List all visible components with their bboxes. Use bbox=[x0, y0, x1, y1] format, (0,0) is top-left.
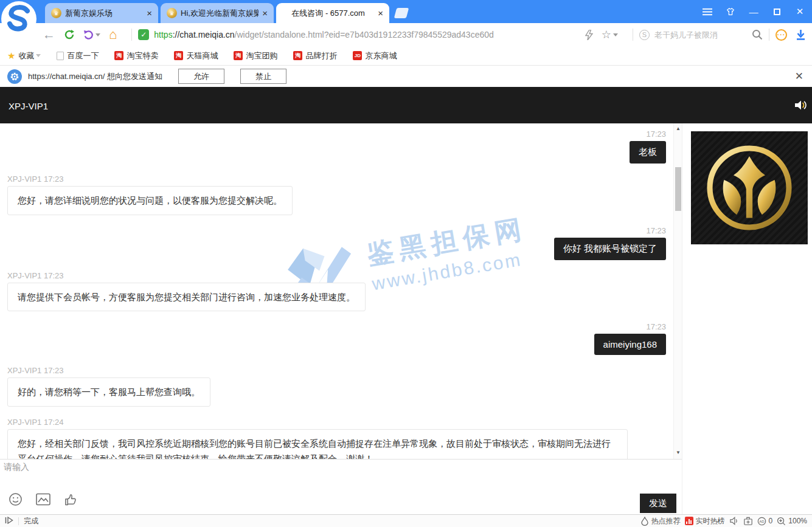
bookmark-jd[interactable]: JD 京东商城 bbox=[353, 50, 397, 61]
close-window-button[interactable]: ✕ bbox=[795, 7, 805, 16]
favorites-dropdown-icon[interactable] bbox=[36, 54, 41, 57]
message-visitor: 17:23 你好 我都账号被锁定了 bbox=[7, 226, 666, 260]
flame-icon bbox=[640, 517, 649, 526]
secure-shield-icon[interactable]: ✓ bbox=[138, 29, 149, 40]
message-bubble: 您好，经相关部门反馈，我司风控系统近期稽核到您的账号目前已被安全系统自动捕捉存在… bbox=[7, 429, 628, 460]
casino-crown-favicon-icon: ♛ bbox=[51, 8, 61, 18]
message-time: 17:23 bbox=[7, 129, 666, 139]
message-time: 17:23 bbox=[7, 226, 666, 235]
taobao-icon: 淘 bbox=[293, 51, 302, 60]
chat-content: 鉴黑担保网 www.jhdb8.com 17:23 老板 XPJ-VIP1 17… bbox=[0, 123, 812, 514]
tab-close-icon[interactable]: × bbox=[262, 8, 268, 18]
tab-online-chat[interactable]: 在线咨询 - 6577.com × bbox=[276, 3, 389, 23]
zoom-control[interactable]: 100% bbox=[777, 517, 807, 526]
messages-area: 鉴黑担保网 www.jhdb8.com 17:23 老板 XPJ-VIP1 17… bbox=[0, 123, 682, 459]
refresh-icon[interactable] bbox=[64, 29, 75, 40]
status-left: 完成 bbox=[5, 516, 38, 526]
taobao-icon: 淘 bbox=[114, 51, 123, 60]
address-bar: ← ⌂ ✓ https://chat.meiqia.cn/widget/stan… bbox=[0, 23, 812, 46]
gear-icon bbox=[7, 69, 22, 84]
bookmark-taobao-group[interactable]: 淘 淘宝团购 bbox=[234, 50, 277, 61]
realtime-hot-button[interactable]: 实时热榜 bbox=[685, 516, 725, 526]
tab-close-icon[interactable]: × bbox=[378, 8, 383, 18]
message-bubble: 老板 bbox=[630, 141, 666, 164]
sogou-search-icon: S bbox=[639, 30, 650, 40]
search-magnifier-icon[interactable] bbox=[752, 29, 763, 40]
message-visitor: 17:23 老板 bbox=[7, 129, 666, 164]
message-meta: XPJ-VIP1 17:23 bbox=[7, 174, 666, 184]
bookmark-taobao-sale[interactable]: 淘 淘宝特卖 bbox=[114, 50, 158, 61]
address-right-tools: ☆ S ··· bbox=[585, 28, 806, 41]
star-dropdown-icon[interactable] bbox=[613, 33, 618, 36]
tab-title: Hi,欢迎光临新葡京娱樂 bbox=[181, 8, 259, 19]
message-bubble: 请您提供下会员帐号，方便客服为您提交相关部门进行咨询，加速您业务处理速度。 bbox=[7, 283, 366, 312]
screenshot-tool-icon[interactable] bbox=[743, 517, 753, 526]
bookmark-baidu[interactable]: 百度一下 bbox=[57, 50, 99, 61]
home-icon[interactable]: ⌂ bbox=[109, 27, 117, 43]
scrollbar-thumb[interactable] bbox=[675, 167, 681, 211]
taobao-icon: 淘 bbox=[174, 51, 183, 60]
sogou-browser-logo-icon[interactable] bbox=[1, 1, 37, 37]
mute-page-icon[interactable] bbox=[729, 517, 739, 525]
image-upload-icon[interactable] bbox=[36, 493, 50, 508]
undo-dropdown-icon[interactable] bbox=[95, 33, 100, 36]
bookmarks-bar: ★ 收藏 百度一下 淘 淘宝特卖 淘 天猫商城 淘 淘宝团购 淘 品牌打折 JD… bbox=[0, 46, 812, 66]
download-icon[interactable] bbox=[796, 30, 806, 40]
extensions-menu-icon[interactable]: ··· bbox=[776, 29, 787, 41]
back-icon[interactable]: ← bbox=[43, 27, 55, 42]
page-load-icon[interactable] bbox=[5, 517, 13, 526]
sound-toggle-icon[interactable] bbox=[794, 99, 807, 113]
tab-xpj-welcome[interactable]: ♛ Hi,欢迎光临新葡京娱樂 × bbox=[161, 3, 274, 23]
message-input[interactable] bbox=[4, 462, 612, 486]
deny-button[interactable]: 禁止 bbox=[240, 69, 286, 84]
tab-title: 在线咨询 - 6577.com bbox=[282, 8, 374, 19]
load-status-text: 完成 bbox=[24, 516, 38, 526]
thumbs-up-icon[interactable] bbox=[64, 493, 78, 508]
chat-agent-title: XPJ-VIP1 bbox=[9, 101, 48, 111]
url-text[interactable]: https://chat.meiqia.cn/widget/standalone… bbox=[154, 30, 494, 40]
browser-menu-icon[interactable] bbox=[703, 7, 712, 16]
favorites-star-icon: ★ bbox=[7, 50, 15, 61]
minimize-button[interactable]: — bbox=[749, 7, 758, 16]
zoom-plus-icon bbox=[777, 517, 786, 526]
status-right: 热点推荐 实时热榜 AD 0 100% bbox=[640, 516, 807, 526]
scroll-up-icon[interactable]: ▲ bbox=[674, 126, 682, 131]
chat-left-column: 鉴黑担保网 www.jhdb8.com 17:23 老板 XPJ-VIP1 17… bbox=[0, 123, 682, 514]
page-icon bbox=[57, 52, 64, 60]
favorites-menu[interactable]: ★ 收藏 bbox=[7, 50, 41, 61]
divider bbox=[131, 29, 132, 41]
ad-blocker-counter[interactable]: AD 0 bbox=[757, 517, 773, 526]
favorite-star-icon[interactable]: ☆ bbox=[602, 28, 618, 41]
scroll-down-icon[interactable]: ▼ bbox=[674, 450, 682, 455]
notification-close-icon[interactable]: ✕ bbox=[795, 70, 803, 83]
tab-xpj-casino[interactable]: ♛ 新葡京娱乐场 × bbox=[45, 3, 158, 23]
allow-button[interactable]: 允许 bbox=[178, 69, 224, 84]
undo-history-icon[interactable] bbox=[83, 30, 100, 40]
lightning-speed-icon[interactable] bbox=[585, 30, 593, 40]
search-input[interactable] bbox=[654, 30, 752, 40]
composer-toolbar bbox=[9, 492, 78, 508]
emoji-icon[interactable] bbox=[9, 492, 23, 508]
chat-header: XPJ-VIP1 bbox=[0, 88, 812, 123]
tab-close-icon[interactable]: × bbox=[147, 8, 152, 18]
notification-permission-bar: https://chat.meiqia.cn/ 想向您发送通知 允许 禁止 ✕ bbox=[0, 66, 812, 88]
maximize-button[interactable] bbox=[772, 7, 782, 16]
hot-recommend-button[interactable]: 热点推荐 bbox=[640, 516, 681, 526]
message-meta: XPJ-VIP1 17:24 bbox=[7, 418, 666, 427]
message-agent: XPJ-VIP1 17:23 您好，请您详细说明您的状况与问题，以便客服为您提交… bbox=[7, 174, 666, 215]
bookmark-brand-discount[interactable]: 淘 品牌打折 bbox=[293, 50, 337, 61]
tab-title: 新葡京娱乐场 bbox=[65, 8, 143, 19]
message-bubble: 您好，请您详细说明您的状况与问题，以便客服为您提交解决呢。 bbox=[7, 186, 293, 215]
notification-message: https://chat.meiqia.cn/ 想向您发送通知 bbox=[28, 71, 162, 82]
message-visitor: 17:23 aimeiying168 bbox=[7, 322, 666, 355]
browser-titlebar: ♛ 新葡京娱乐场 × ♛ Hi,欢迎光临新葡京娱樂 × 在线咨询 - 6577.… bbox=[0, 0, 812, 23]
new-tab-button[interactable] bbox=[394, 8, 409, 18]
chat-scrollbar[interactable]: ▲ ▼ bbox=[673, 123, 682, 459]
status-bar: 完成 热点推荐 实时热榜 AD 0 100% bbox=[0, 514, 812, 527]
send-button[interactable]: 发送 bbox=[640, 494, 676, 513]
brand-panel bbox=[682, 123, 812, 514]
skin-theme-icon[interactable] bbox=[726, 7, 735, 16]
message-bubble: 你好 我都账号被锁定了 bbox=[554, 238, 666, 260]
divider bbox=[633, 29, 633, 41]
bookmark-tmall[interactable]: 淘 天猫商城 bbox=[174, 50, 218, 61]
